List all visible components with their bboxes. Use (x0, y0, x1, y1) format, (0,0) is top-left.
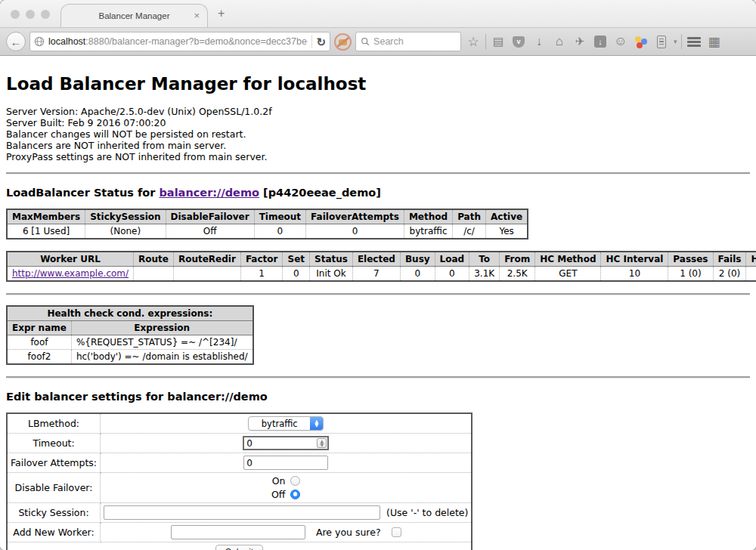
cell-maxmembers: 6 [1 Used] (7, 224, 85, 239)
submit-button[interactable]: Submit (215, 545, 263, 550)
sidebar-list-icon[interactable] (653, 32, 670, 51)
reader-list-icon[interactable]: ▤ (490, 32, 507, 51)
cell-hc-method: GET (535, 267, 601, 282)
col-to: To (469, 252, 500, 267)
health-row: foof2 hc('body') =~ /domain is establish… (7, 350, 253, 365)
tile-grid-icon[interactable]: ▦ (706, 32, 723, 51)
cell-route (134, 267, 174, 282)
timeout-input[interactable] (244, 437, 316, 449)
cell-stickysession: (None) (85, 224, 166, 239)
health-check-table: Health check cond. expressions: Expr nam… (6, 305, 254, 365)
home-icon[interactable]: ⌂ (551, 32, 568, 51)
cell-hc-interval: 10 (601, 267, 668, 282)
failover-attempts-row: Failover Attempts: (7, 453, 472, 473)
number-stepper-icon[interactable]: ▲▼ (317, 438, 327, 448)
timeout-label: Timeout: (7, 434, 101, 453)
col-route: Route (134, 252, 174, 267)
worker-table: Worker URL Route RouteRedir Factor Set S… (6, 251, 756, 282)
window-minimize-button[interactable] (26, 10, 35, 19)
pocket-icon[interactable]: v (510, 32, 527, 51)
sticky-session-row: Sticky Session: (Use '-' to delete) (7, 503, 472, 523)
downloads-icon[interactable]: ↓ (531, 32, 547, 51)
send-tab-icon[interactable]: ✈ (572, 32, 588, 51)
reload-icon[interactable]: ↻ (316, 36, 326, 48)
cell-passes: 1 (0) (668, 267, 713, 282)
divider (6, 293, 750, 295)
add-worker-input[interactable] (171, 525, 305, 539)
col-set: Set (283, 252, 310, 267)
cell-method: bytraffic (404, 224, 452, 239)
cell-set: 0 (283, 267, 310, 282)
tab-balancer-manager[interactable]: Balancer Manager × (60, 4, 208, 27)
search-input[interactable] (373, 36, 456, 47)
menu-hamburger-icon[interactable] (686, 32, 702, 51)
cell-expr-name: foof2 (7, 350, 71, 365)
page-content: Load Balancer Manager for localhost Serv… (0, 56, 756, 550)
server-info: Server Version: Apache/2.5.0-dev (Unix) … (6, 106, 750, 162)
search-icon (361, 36, 370, 47)
timeout-input-wrap: ▲▼ (243, 436, 329, 450)
col-expr-name: Expr name (7, 321, 71, 335)
cell-elected: 7 (352, 267, 400, 282)
url-bar[interactable]: localhost:8880/balancer-manager?b=demo&n… (29, 32, 330, 51)
submit-cell: Submit (7, 542, 472, 550)
colored-dots-icon (634, 36, 648, 48)
failover-value-cell (101, 453, 472, 473)
persist-notice-line: Balancer changes will NOT be persisted o… (6, 128, 750, 140)
divider (6, 376, 750, 379)
cell-disablefailover: Off (166, 224, 254, 239)
sticky-session-input[interactable] (104, 505, 380, 520)
cell-expression: hc('body') =~ /domain is established/ (71, 350, 253, 365)
cell-fails: 2 (0) (713, 267, 746, 282)
col-timeout: Timeout (254, 209, 305, 224)
table-header-row: MaxMembers StickySession DisableFailover… (7, 209, 528, 224)
health-table-title: Health check cond. expressions: (7, 306, 253, 321)
new-tab-button[interactable]: + (218, 8, 225, 20)
health-title-row: Health check cond. expressions: (7, 306, 253, 321)
window-controls (11, 10, 50, 19)
cell-load: 0 (435, 267, 469, 282)
proxypass-notice-line: ProxyPass settings are NOT inherited fro… (6, 151, 750, 162)
emoji-extension-icon[interactable]: ☺ (612, 32, 629, 51)
window-zoom-button[interactable] (41, 10, 50, 19)
bookmark-star-icon[interactable]: ☆ (465, 32, 482, 51)
col-stickysession: StickySession (85, 209, 166, 224)
save-to-device-icon[interactable]: ↓ (592, 32, 609, 51)
add-worker-content: Are you sure? (171, 525, 401, 539)
back-button[interactable]: ← (6, 32, 26, 51)
chevron-down-icon[interactable]: ▾ (674, 38, 677, 45)
lbmethod-value-cell: bytraffic ▲▼ (101, 413, 472, 434)
inherit-notice-line: Balancers are NOT inherited from main se… (6, 140, 750, 151)
radio-off[interactable] (290, 490, 300, 499)
radio-on[interactable] (290, 476, 300, 486)
col-path: Path (453, 209, 486, 224)
containers-icon[interactable] (633, 32, 649, 51)
col-busy: Busy (400, 252, 435, 267)
col-method: Method (404, 209, 452, 224)
are-you-sure-checkbox[interactable] (392, 527, 401, 537)
cell-timeout: 0 (254, 224, 305, 239)
health-header-row: Expr name Expression (7, 321, 253, 335)
col-maxmembers: MaxMembers (7, 209, 85, 224)
worker-url-link[interactable]: http://www.example.com/ (12, 268, 129, 279)
cell-status: Init Ok (310, 267, 353, 282)
col-active: Active (485, 209, 528, 224)
balancer-demo-link[interactable]: balancer://demo (159, 187, 259, 199)
radio-line-on: On (272, 475, 301, 487)
col-failoverattempts: FailoverAttempts (306, 209, 404, 224)
col-routeredir: RouteRedir (173, 252, 240, 267)
content-blocked-icon[interactable] (334, 33, 352, 51)
toolbar-divider-2 (681, 34, 682, 49)
tab-close-icon[interactable]: × (194, 11, 200, 20)
search-bar[interactable] (355, 32, 461, 51)
url-text: localhost:8880/balancer-manager?b=demo&n… (48, 36, 308, 47)
col-status: Status (310, 252, 353, 267)
col-disablefailover: DisableFailover (166, 209, 254, 224)
add-worker-label: Add New Worker: (7, 523, 101, 542)
worker-row: http://www.example.com/ 1 0 Init Ok 7 0 … (7, 267, 756, 282)
lb-status-prefix: LoadBalancer Status for (6, 187, 159, 199)
window-close-button[interactable] (11, 10, 20, 19)
lbmethod-row: LBmethod: bytraffic ▲▼ (7, 413, 472, 434)
lbmethod-select[interactable]: bytraffic ▲▼ (248, 416, 324, 431)
failover-attempts-input[interactable] (243, 456, 328, 470)
